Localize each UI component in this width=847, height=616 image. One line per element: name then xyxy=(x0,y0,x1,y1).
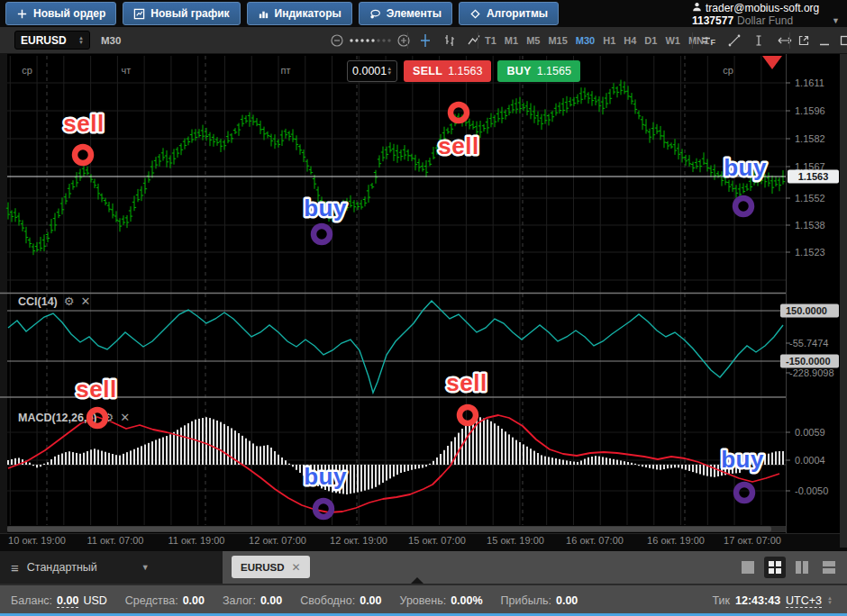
crosshair-icon[interactable] xyxy=(418,33,433,48)
gear-icon[interactable]: ⚙ xyxy=(104,411,114,424)
layout-vsplit-icon[interactable] xyxy=(791,557,813,578)
timezone[interactable]: UTC+3 xyxy=(786,594,822,608)
chart-toolbar: EURUSD ▲▼ M30 T1M1M5M15M30H1H4D1W1MN1 F xyxy=(0,27,847,54)
status-item-2: Залог:0.00 xyxy=(223,594,282,608)
buy-button-label: BUY xyxy=(506,65,531,77)
status-item-1: Средства:0.00 xyxy=(125,594,205,608)
account-email: trader@mobius-soft.org xyxy=(706,2,819,14)
button-label: Элементы xyxy=(387,7,442,20)
step-spinner-icon[interactable]: ▲▼ xyxy=(387,67,392,76)
text-cursor-icon[interactable] xyxy=(751,33,766,48)
buy-button[interactable]: BUY 1.1565 xyxy=(497,60,580,82)
zoom-level-dots[interactable] xyxy=(348,33,393,48)
timeframe-m5[interactable]: M5 xyxy=(526,35,540,46)
account-block[interactable]: trader@mobius-soft.org 1137577 Dollar Fu… xyxy=(692,0,843,27)
layout-single-icon[interactable] xyxy=(737,557,759,578)
shapes-icon xyxy=(369,8,381,20)
topbar-button-objects[interactable]: Элементы xyxy=(359,2,452,25)
panel-expander-icon[interactable] xyxy=(411,577,424,584)
toolbar-separator xyxy=(692,32,693,49)
timeframe-m1[interactable]: M1 xyxy=(505,35,518,46)
symbol-selector[interactable]: EURUSD ▲▼ xyxy=(14,31,90,50)
tab-eurusd[interactable]: EURUSD ✕ xyxy=(232,556,310,578)
day-label: чт xyxy=(122,65,132,76)
zoom-in-icon[interactable] xyxy=(396,33,411,48)
cci-pane-header: CCI(14) ⚙ ✕ xyxy=(18,294,90,308)
gear-icon[interactable]: ⚙ xyxy=(64,294,75,308)
timeframe-d1[interactable]: D1 xyxy=(644,35,657,46)
svg-text:-55.7474: -55.7474 xyxy=(789,338,828,349)
close-icon[interactable]: ✕ xyxy=(292,561,301,574)
svg-text:10 окт. 19:00: 10 окт. 19:00 xyxy=(8,535,66,546)
svg-text:1.1611: 1.1611 xyxy=(795,77,824,88)
topbar-button-new-chart[interactable]: Новый график xyxy=(123,2,240,25)
macd-label: MACD(12,26,9) xyxy=(18,412,97,424)
timeframe-w1[interactable]: W1 xyxy=(665,35,680,46)
svg-text:12 окт. 19:00: 12 окт. 19:00 xyxy=(330,535,387,546)
new-chart-icon xyxy=(133,8,145,20)
svg-text:1.1582: 1.1582 xyxy=(795,133,825,144)
zoom-tools xyxy=(330,33,411,48)
svg-text:1.1563: 1.1563 xyxy=(798,171,829,182)
svg-text:11 окт. 07:00: 11 окт. 07:00 xyxy=(87,535,144,546)
timeframe-t1[interactable]: T1 xyxy=(485,35,496,46)
close-icon[interactable]: ✕ xyxy=(120,411,130,424)
account-fund: Dollar Fund xyxy=(737,14,793,27)
tick-label: Тик xyxy=(713,594,731,607)
trendline-icon[interactable] xyxy=(727,33,742,48)
close-icon[interactable]: ✕ xyxy=(80,294,90,308)
status-item-3: Свободно:0.00 xyxy=(300,594,381,608)
user-icon xyxy=(692,2,702,14)
menu-icon: ≡ xyxy=(11,560,19,575)
layout-grid-icon[interactable] xyxy=(764,557,786,578)
button-label: Алгоритмы xyxy=(487,7,548,20)
topbar-buttons: Новый ордерНовый графикИндикаторыЭлемент… xyxy=(5,2,559,25)
zoom-out-icon[interactable] xyxy=(330,33,344,48)
topbar-button-new-order[interactable]: Новый ордер xyxy=(5,2,116,25)
timeframe-h4[interactable]: H4 xyxy=(624,35,636,46)
toolbar-separator xyxy=(407,32,408,49)
toolbar-separator xyxy=(789,32,790,49)
one-click-trading-panel: 0.0001 ▲▼ SELL 1.1563 BUY 1.1565 xyxy=(347,60,580,82)
macd-pane-header: MACD(12,26,9) ⚙ ✕ xyxy=(18,411,130,424)
status-item-5: Прибыль:0.00 xyxy=(501,594,578,608)
chart-tab-bar: ≡ Стандартный ▼ EURUSD ✕ xyxy=(0,551,847,584)
day-label: ср xyxy=(723,65,733,76)
timeframe-m15[interactable]: M15 xyxy=(548,35,567,46)
bars-style-icon[interactable] xyxy=(442,33,457,48)
sell-button[interactable]: SELL 1.1563 xyxy=(404,60,491,82)
status-item-4: Уровень:0.00% xyxy=(400,594,483,608)
maximize-icon[interactable] xyxy=(838,33,847,48)
formula-icon[interactable]: F xyxy=(701,33,717,48)
topbar-button-algorithms[interactable]: Алгоритмы xyxy=(459,2,559,25)
line-style-icon[interactable] xyxy=(467,33,481,48)
popout-icon[interactable] xyxy=(797,33,811,48)
topbar-button-indicators[interactable]: Индикаторы xyxy=(247,2,352,25)
sell-button-label: SELL xyxy=(413,65,442,77)
buy-price: 1.1565 xyxy=(537,65,571,77)
step-value: 0.0001 xyxy=(352,65,387,77)
svg-text:16 окт. 19:00: 16 окт. 19:00 xyxy=(647,535,705,546)
window-controls xyxy=(797,33,847,48)
svg-text:F: F xyxy=(711,38,716,47)
svg-text:-228.9098: -228.9098 xyxy=(789,367,834,378)
chart-canvas[interactable]: 1.16111.15961.15821.15671.15521.15381.15… xyxy=(0,54,847,548)
draw-tools xyxy=(418,33,481,48)
profile-selector[interactable]: ≡ Стандартный ▼ xyxy=(0,551,223,584)
svg-text:15 окт. 07:00: 15 окт. 07:00 xyxy=(408,535,466,546)
symbol-spinner-icon[interactable]: ▲▼ xyxy=(78,36,84,45)
day-label: пт xyxy=(281,65,291,76)
symbol-label: EURUSD xyxy=(21,34,67,47)
timeframe-m30[interactable]: M30 xyxy=(576,35,595,46)
layout-hsplit-icon[interactable] xyxy=(818,557,840,578)
current-timeframe-label: M30 xyxy=(101,35,121,46)
cci-label: CCI(14) xyxy=(18,295,58,308)
button-label: Новый график xyxy=(150,7,229,20)
step-spinner[interactable]: 0.0001 ▲▼ xyxy=(347,60,397,82)
timeframe-h1[interactable]: H1 xyxy=(603,35,615,46)
svg-text:1.1552: 1.1552 xyxy=(795,193,825,204)
timezone-spinner-icon[interactable]: ▲▼ xyxy=(827,596,833,605)
chevron-down-icon[interactable]: ▼ xyxy=(832,16,840,25)
minimize-icon[interactable] xyxy=(817,33,832,48)
scroll-arrow-icon[interactable] xyxy=(776,33,794,48)
